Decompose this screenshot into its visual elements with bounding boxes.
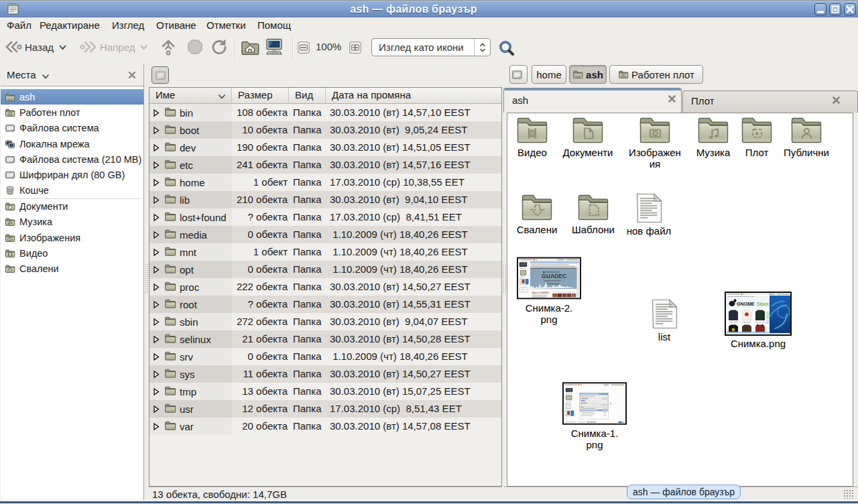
svg-text:GNOME: GNOME bbox=[737, 302, 755, 306]
svg-text:About GUADEC: About GUADEC bbox=[532, 292, 550, 294]
svg-text:Store: Store bbox=[757, 302, 769, 306]
svg-text:GUADEC: GUADEC bbox=[542, 273, 566, 279]
